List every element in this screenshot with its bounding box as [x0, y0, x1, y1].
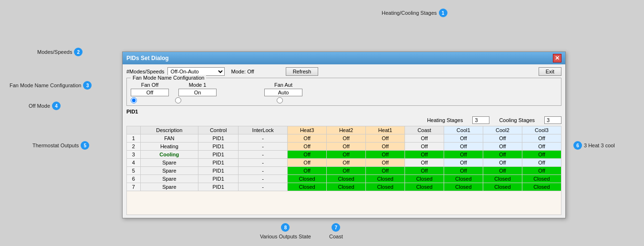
heating-stages-input[interactable] — [472, 116, 489, 124]
fan-mode-row: Fan Off Mode 1 Fan Aut — [131, 82, 557, 96]
dialog-titlebar: PIDs Set Dialog ✕ — [123, 52, 565, 64]
exit-button[interactable]: Exit — [539, 67, 561, 76]
heating-cooling-row: Heating Stages Cooling Stages — [126, 116, 561, 124]
table-row: 1FANPID1-OffOffOffOffOffOffOff — [127, 134, 561, 143]
annotation-bubble-2: 2 — [74, 48, 83, 56]
annotation-heating-cooling-stages: Heating/Cooling Stages 1 — [382, 9, 447, 17]
col-cool2: Cool2 — [483, 126, 522, 134]
pid-section: PID1 Heating Stages Cooling Stages Descr… — [126, 109, 561, 215]
annotation-label: 3 Heat 3 cool — [584, 143, 615, 148]
col-heat3: Heat3 — [288, 126, 327, 134]
fan-off-col: Fan Off — [131, 82, 169, 96]
fan-off-label: Fan Off — [141, 82, 158, 88]
annotation-label: Off Mode — [29, 103, 50, 109]
table-row: 6SparePID1-ClosedClosedClosedClosedClose… — [127, 175, 561, 183]
dialog-body: #Modes/Speeds Off-On-Auto Mode: Off Refr… — [123, 64, 565, 218]
fan-aut-label: Fan Aut — [274, 82, 292, 88]
annotation-bubble-4: 4 — [52, 102, 61, 110]
modes-speeds-label: #Modes/Speeds — [126, 69, 165, 74]
table-row: 3CoolingPID1-OffOffOffOffOffOffOff — [127, 151, 561, 159]
pids-set-dialog: PIDs Set Dialog ✕ #Modes/Speeds Off-On-A… — [122, 51, 566, 218]
mode1-label: Mode 1 — [189, 82, 207, 88]
fan-off-input[interactable] — [131, 89, 169, 96]
col-num — [127, 126, 141, 134]
fan-mode-section: Fan Mode Name Configuration Fan Off Mode… — [126, 78, 561, 106]
annotation-label: Various Outputs State — [260, 234, 311, 239]
annotation-coast: 7 Coast — [329, 223, 343, 239]
annotation-heat-cool: 6 3 Heat 3 cool — [573, 141, 615, 150]
radio-mode1[interactable] — [175, 97, 181, 103]
annotation-modes-speeds: Modes/Speeds 2 — [37, 48, 83, 56]
annotation-bubble-3: 3 — [83, 81, 92, 90]
radio-off[interactable] — [131, 97, 137, 103]
col-heat2: Heat2 — [327, 126, 366, 134]
table-row: 7SparePID1-ClosedClosedClosedClosedClose… — [127, 183, 561, 191]
fan-aut-col: Fan Aut — [264, 82, 302, 96]
table-row: 2HeatingPID1-OffOffOffOffOffOffOff — [127, 143, 561, 151]
annotation-label: Heating/Cooling Stages — [382, 10, 437, 16]
fan-aut-input[interactable] — [264, 89, 302, 96]
annotation-label: Fan Mode Name Configuration — [10, 82, 81, 88]
cooling-stages-label: Cooling Stages — [499, 117, 535, 123]
annotation-fan-mode-name-config: Fan Mode Name Configuration 3 — [10, 81, 92, 90]
cooling-stages-input[interactable] — [544, 116, 561, 124]
annotation-various-outputs-state: 8 Various Outputs State — [260, 223, 311, 239]
col-description: Description — [140, 126, 198, 134]
mode-label: Mode: Off — [231, 69, 254, 74]
empty-area — [126, 191, 561, 215]
radio-fan-aut[interactable] — [277, 97, 283, 103]
mode1-col: Mode 1 — [178, 82, 217, 96]
outputs-table: Description Control InterLock Heat3 Heat… — [126, 126, 561, 191]
col-control: Control — [198, 126, 239, 134]
annotation-label: Coast — [329, 234, 343, 239]
dialog-title: PIDs Set Dialog — [126, 55, 169, 62]
table-row: 4SparePID1-OffOffOffOffOffOffOff — [127, 159, 561, 167]
refresh-button[interactable]: Refresh — [286, 67, 319, 76]
annotation-thermostat-outputs: Thermostat Outputs 5 — [32, 141, 89, 150]
pid-label: PID1 — [126, 109, 561, 114]
annotation-bubble-5: 5 — [81, 141, 89, 150]
heating-stages-label: Heating Stages — [427, 117, 463, 123]
annotation-bubble-7: 7 — [332, 223, 340, 232]
fan-mode-title: Fan Mode Name Configuration — [131, 75, 206, 81]
col-heat1: Heat1 — [366, 126, 405, 134]
annotation-bubble-8: 8 — [281, 223, 290, 232]
close-button[interactable]: ✕ — [553, 54, 561, 62]
mode1-input[interactable] — [178, 89, 217, 96]
table-row: 5SparePID1-OffOffOffOffOffOffOff — [127, 167, 561, 175]
col-cool3: Cool3 — [522, 126, 561, 134]
annotation-off-mode: Off Mode 4 — [29, 102, 61, 110]
col-coast: Coast — [405, 126, 444, 134]
annotation-label: Thermostat Outputs — [32, 143, 79, 148]
annotation-bubble-6: 6 — [573, 141, 582, 150]
table-header-row: Description Control InterLock Heat3 Heat… — [127, 126, 561, 134]
radio-row — [131, 97, 557, 103]
col-cool1: Cool1 — [444, 126, 483, 134]
col-interlock: InterLock — [239, 126, 288, 134]
annotation-bubble-1: 1 — [439, 9, 447, 17]
annotation-label: Modes/Speeds — [37, 49, 72, 55]
